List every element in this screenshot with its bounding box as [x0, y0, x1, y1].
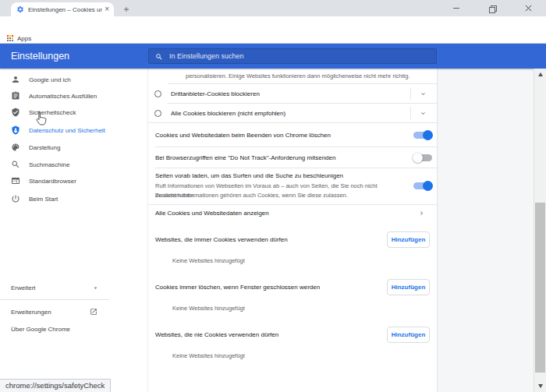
tab-strip: Einstellungen – Cookies und andere Websi…	[0, 0, 546, 16]
add-site-button[interactable]: Hinzufügen	[387, 327, 430, 343]
minimize-button[interactable]	[438, 0, 474, 16]
section-clear-on-close: Cookies immer löschen, wenn Fenster gesc…	[148, 278, 437, 295]
radio-row-block-all-cookies[interactable]: Alle Cookies blockieren (nicht empfohlen…	[148, 104, 437, 122]
toggle-row-preload-pages: Seiten vorab laden, um das Surfen und di…	[148, 168, 437, 204]
bookmarks-bar: Apps	[0, 34, 546, 44]
toggle-row-do-not-track: Bei Browserzugriffen eine "Do Not Track"…	[148, 147, 437, 168]
settings-header: Einstellungen	[0, 44, 546, 69]
active-tab[interactable]: Einstellungen – Cookies und andere Websi…	[11, 2, 114, 16]
window-controls	[438, 0, 546, 16]
page-title: Einstellungen	[11, 44, 69, 69]
sidebar-item-label: Suchmaschine	[29, 161, 69, 168]
expand-row-button[interactable]	[418, 89, 427, 98]
tab-title: Einstellungen – Cookies und andere Websi…	[28, 6, 102, 13]
toggle-switch-off[interactable]	[413, 153, 432, 162]
toggle-row-clear-on-exit: Cookies und Websitedaten beim Beenden vo…	[148, 123, 437, 147]
extensions-label: Erweiterungen	[11, 309, 51, 316]
settings-search-input[interactable]	[169, 49, 431, 63]
about-label: Über Google Chrome	[11, 326, 70, 333]
sidebar-advanced-toggle[interactable]: Erweitert	[0, 280, 148, 295]
status-url-bubble: chrome://settings/safetyCheck	[0, 379, 111, 392]
toggle-switch-on[interactable]	[413, 181, 432, 190]
sidebar-item-label: Google und ich	[29, 76, 71, 83]
search-icon	[155, 53, 163, 61]
expand-row-button[interactable]	[418, 108, 427, 118]
toggle-description: Zu diesen Informationen gehören auch Coo…	[155, 191, 398, 200]
row-divider-vertical	[410, 87, 411, 100]
scrollbar-down-arrow-icon[interactable]	[538, 384, 543, 388]
radio-button-icon[interactable]	[154, 110, 161, 117]
sidebar-item-appearance[interactable]: Darstellung	[0, 139, 148, 155]
toggle-label: Bei Browserzugriffen eine "Do Not Track"…	[155, 154, 335, 161]
tab-close-icon[interactable]: ×	[105, 5, 109, 13]
sidebar-item-autofill[interactable]: Automatisches Ausfüllen	[0, 88, 148, 104]
scrollbar-up-arrow-icon[interactable]	[538, 72, 543, 76]
scrollbar-thumb[interactable]	[535, 203, 545, 373]
sidebar-item-label: Datenschutz und Sicherheit	[29, 127, 105, 134]
shield-check-icon	[11, 108, 20, 117]
empty-state-text: Keine Websites hinzugefügt	[172, 303, 245, 314]
chevron-right-icon	[418, 210, 425, 217]
search-icon	[11, 160, 20, 169]
cookies-settings-card: personalisieren. Einige Websites funktio…	[148, 69, 437, 392]
radio-row-block-third-party[interactable]: Drittanbieter-Cookies blockieren	[148, 84, 437, 103]
close-icon	[525, 5, 532, 12]
sidebar-item-search-engine[interactable]: Suchmaschine	[0, 157, 148, 172]
radio-label: Alle Cookies blockieren (nicht empfohlen…	[171, 110, 285, 117]
apps-bookmark[interactable]: Apps	[17, 35, 31, 42]
apps-grid-icon	[7, 35, 13, 41]
toggle-switch-on[interactable]	[413, 130, 432, 139]
palette-icon	[11, 143, 20, 152]
sidebar-divider	[0, 299, 109, 300]
chevron-down-icon	[92, 284, 99, 291]
power-icon	[11, 194, 20, 203]
advanced-label: Erweitert	[11, 284, 36, 291]
toggle-label: Seiten vorab laden, um das Surfen und di…	[155, 172, 343, 179]
subpage-arrow-button[interactable]	[417, 209, 426, 218]
vertical-scrollbar[interactable]	[534, 69, 546, 392]
sidebar-item-about-chrome[interactable]: Über Google Chrome	[0, 321, 148, 337]
radio-button-icon[interactable]	[154, 90, 161, 97]
chevron-down-icon	[420, 110, 427, 117]
privacy-shield-icon	[11, 125, 20, 135]
sidebar-item-extensions[interactable]: Erweiterungen	[0, 304, 148, 320]
hand-cursor	[36, 111, 48, 126]
add-site-button[interactable]: Hinzufügen	[387, 279, 430, 295]
minimize-icon	[453, 8, 459, 9]
sidebar-item-privacy-security[interactable]: Datenschutz und Sicherheit	[0, 122, 148, 138]
sidebar-item-label: Darstellung	[29, 144, 60, 151]
chevron-down-icon	[420, 90, 427, 97]
toggle-thumb	[423, 181, 433, 191]
browser-window-icon	[11, 176, 20, 185]
toggle-thumb	[423, 130, 433, 140]
restore-button[interactable]	[474, 0, 510, 16]
sidebar-item-safety-check[interactable]: Sicherheitscheck	[0, 104, 148, 120]
sidebar-item-on-startup[interactable]: Beim Start	[0, 191, 148, 207]
autofill-icon	[11, 91, 20, 101]
option-description-tail: personalisieren. Einige Websites funktio…	[186, 69, 429, 83]
settings-search-box[interactable]	[148, 48, 437, 64]
sidebar-item-label: Beim Start	[29, 196, 58, 203]
sidebar-item-label: Automatisches Ausfüllen	[29, 93, 97, 100]
empty-state-text: Keine Websites hinzugefügt	[172, 351, 245, 362]
sidebar-item-label: Standardbrowser	[29, 178, 76, 185]
sidebar-item-default-browser[interactable]: Standardbrowser	[0, 173, 148, 189]
chrome-window: Einstellungen – Cookies und andere Websi…	[0, 0, 546, 392]
sidebar-item-google-und-ich[interactable]: Google und ich	[0, 72, 148, 87]
restore-icon	[489, 5, 495, 12]
row-divider-vertical	[410, 107, 411, 119]
add-site-button[interactable]: Hinzufügen	[387, 231, 430, 248]
section-block-cookies: Websites, die nie Cookies verwenden dürf…	[148, 326, 437, 343]
section-allow-cookies: Websites, die immer Cookies verwenden dü…	[148, 231, 437, 248]
open-in-new-icon	[90, 308, 98, 316]
plus-icon	[122, 5, 130, 13]
radio-label: Drittanbieter-Cookies blockieren	[171, 90, 260, 97]
person-icon	[11, 75, 20, 84]
settings-sidebar: Google und ich Automatisches Ausfüllen S…	[0, 69, 148, 392]
settings-gear-favicon-icon	[16, 5, 24, 13]
toggle-thumb	[413, 153, 423, 163]
browser-toolbar: Chrome chrome://settings/cookies	[0, 16, 546, 34]
new-tab-button[interactable]	[120, 3, 133, 16]
link-row-see-all-cookies[interactable]: Alle Cookies und Websitedaten anzeigen	[148, 204, 437, 222]
close-button[interactable]	[510, 0, 546, 16]
